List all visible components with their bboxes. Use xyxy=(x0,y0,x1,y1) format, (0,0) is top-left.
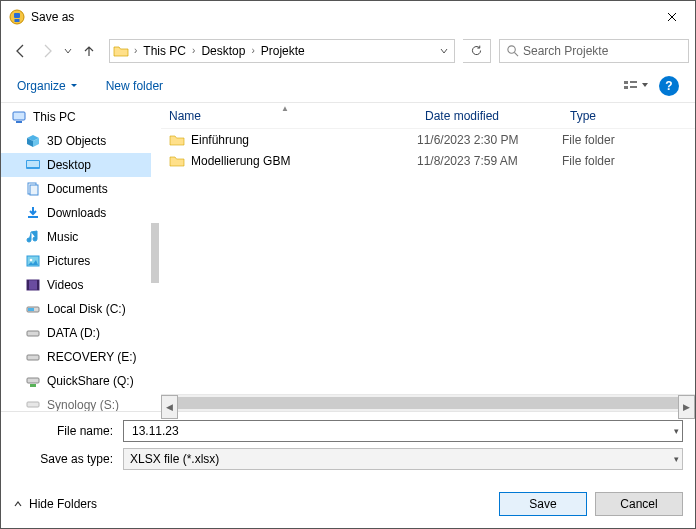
toolbar: Organize New folder ? xyxy=(1,69,695,103)
tree-item-music[interactable]: Music xyxy=(1,225,151,249)
chevron-down-icon[interactable]: ▾ xyxy=(674,454,679,464)
column-name[interactable]: Name ▲ xyxy=(161,109,417,123)
drive-icon xyxy=(25,325,41,341)
chevron-right-icon[interactable]: › xyxy=(190,45,197,56)
scrollbar-thumb[interactable] xyxy=(178,397,678,409)
navigation-tree[interactable]: This PC 3D Objects Desktop Documents Dow… xyxy=(1,103,151,411)
organize-label: Organize xyxy=(17,79,66,93)
file-type: File folder xyxy=(562,154,695,168)
drive-icon xyxy=(25,349,41,365)
net-drive-icon xyxy=(25,397,41,411)
column-type[interactable]: Type xyxy=(562,109,695,123)
pictures-icon xyxy=(25,253,41,269)
file-date: 11/6/2023 2:30 PM xyxy=(417,133,562,147)
address-dropdown[interactable] xyxy=(434,40,454,62)
tree-item-quickshare-q[interactable]: QuickShare (Q:) xyxy=(1,369,151,393)
svg-rect-13 xyxy=(30,185,38,195)
search-icon xyxy=(506,44,519,57)
search-placeholder: Search Projekte xyxy=(523,44,608,58)
scroll-left-icon[interactable]: ◀ xyxy=(161,395,178,419)
refresh-button[interactable] xyxy=(463,39,491,63)
tree-item-pictures[interactable]: Pictures xyxy=(1,249,151,273)
folder-icon xyxy=(169,153,185,169)
tree-item-3d-objects[interactable]: 3D Objects xyxy=(1,129,151,153)
file-name: Einführung xyxy=(191,133,249,147)
file-row[interactable]: Modellierung GBM 11/8/2023 7:59 AM File … xyxy=(161,150,695,171)
chevron-right-icon[interactable]: › xyxy=(132,45,139,56)
tree-item-synology-s[interactable]: Synology (S:) xyxy=(1,393,151,411)
back-button[interactable] xyxy=(9,39,33,63)
tree-item-recovery-e[interactable]: RECOVERY (E:) xyxy=(1,345,151,369)
tree-item-documents[interactable]: Documents xyxy=(1,177,151,201)
forward-button[interactable] xyxy=(35,39,59,63)
tree-item-data-d[interactable]: DATA (D:) xyxy=(1,321,151,345)
body: This PC 3D Objects Desktop Documents Dow… xyxy=(1,103,695,412)
tree-item-downloads[interactable]: Downloads xyxy=(1,201,151,225)
file-name: Modellierung GBM xyxy=(191,154,290,168)
filename-input[interactable]: ▾ xyxy=(123,420,683,442)
chevron-down-icon xyxy=(70,82,78,90)
chevron-down-icon[interactable]: ▾ xyxy=(674,426,679,436)
svg-rect-21 xyxy=(28,308,34,311)
documents-icon xyxy=(25,181,41,197)
drive-icon xyxy=(25,301,41,317)
sort-indicator-icon: ▲ xyxy=(281,104,289,113)
svg-rect-5 xyxy=(624,86,628,89)
svg-rect-2 xyxy=(15,19,20,22)
svg-rect-22 xyxy=(27,331,39,336)
cancel-button[interactable]: Cancel xyxy=(595,492,683,516)
scroll-right-icon[interactable]: ▶ xyxy=(678,395,695,419)
recent-locations-dropdown[interactable] xyxy=(61,39,75,63)
music-icon xyxy=(25,229,41,245)
tree-item-desktop[interactable]: Desktop xyxy=(1,153,151,177)
svg-point-3 xyxy=(508,46,515,53)
save-fields: File name: ▾ Save as type: XLSX file (*.… xyxy=(1,412,695,480)
dialog-footer: Hide Folders Save Cancel xyxy=(1,480,695,528)
svg-rect-24 xyxy=(27,378,39,383)
folder-icon xyxy=(110,43,132,59)
downloads-icon xyxy=(25,205,41,221)
svg-rect-9 xyxy=(16,121,22,123)
file-date: 11/8/2023 7:59 AM xyxy=(417,154,562,168)
svg-rect-1 xyxy=(14,13,20,18)
organize-menu[interactable]: Organize xyxy=(17,79,78,93)
hide-folders-button[interactable]: Hide Folders xyxy=(13,497,97,511)
file-type: File folder xyxy=(562,133,695,147)
tree-scrollbar[interactable] xyxy=(151,103,161,411)
filetype-select[interactable]: XLSX file (*.xlsx) ▾ xyxy=(123,448,683,470)
address-bar[interactable]: › This PC › Desktop › Projekte xyxy=(109,39,455,63)
svg-rect-14 xyxy=(28,216,38,218)
desktop-icon xyxy=(25,157,41,173)
up-button[interactable] xyxy=(77,39,101,63)
breadcrumb-this-pc[interactable]: This PC xyxy=(139,40,190,62)
column-date[interactable]: Date modified xyxy=(417,109,562,123)
file-row[interactable]: Einführung 11/6/2023 2:30 PM File folder xyxy=(161,129,695,150)
net-drive-icon xyxy=(25,373,41,389)
tree-item-local-disk-c[interactable]: Local Disk (C:) xyxy=(1,297,151,321)
cube-icon xyxy=(25,133,41,149)
filetype-value: XLSX file (*.xlsx) xyxy=(130,452,219,466)
horizontal-scrollbar[interactable]: ◀ ▶ xyxy=(161,394,695,411)
svg-rect-25 xyxy=(30,384,36,387)
svg-rect-6 xyxy=(630,81,637,83)
search-box[interactable]: Search Projekte xyxy=(499,39,689,63)
view-options-button[interactable] xyxy=(619,75,653,97)
title-bar: Save as xyxy=(1,1,695,33)
tree-item-videos[interactable]: Videos xyxy=(1,273,151,297)
tree-item-this-pc[interactable]: This PC xyxy=(1,105,151,129)
svg-rect-11 xyxy=(27,161,39,167)
close-button[interactable] xyxy=(649,2,695,32)
new-folder-button[interactable]: New folder xyxy=(106,79,163,93)
filename-text[interactable] xyxy=(130,423,649,439)
save-button[interactable]: Save xyxy=(499,492,587,516)
app-icon xyxy=(9,9,25,25)
file-list-area: Name ▲ Date modified Type Einführung 11/… xyxy=(161,103,695,411)
breadcrumb-desktop[interactable]: Desktop xyxy=(197,40,249,62)
file-rows[interactable]: Einführung 11/6/2023 2:30 PM File folder… xyxy=(161,129,695,394)
svg-rect-7 xyxy=(630,86,637,88)
help-button[interactable]: ? xyxy=(659,76,679,96)
breadcrumb-projekte[interactable]: Projekte xyxy=(257,40,309,62)
chevron-up-icon xyxy=(13,499,23,509)
save-as-dialog: Save as › This PC › Desktop › Projekte xyxy=(0,0,696,529)
chevron-right-icon[interactable]: › xyxy=(249,45,256,56)
